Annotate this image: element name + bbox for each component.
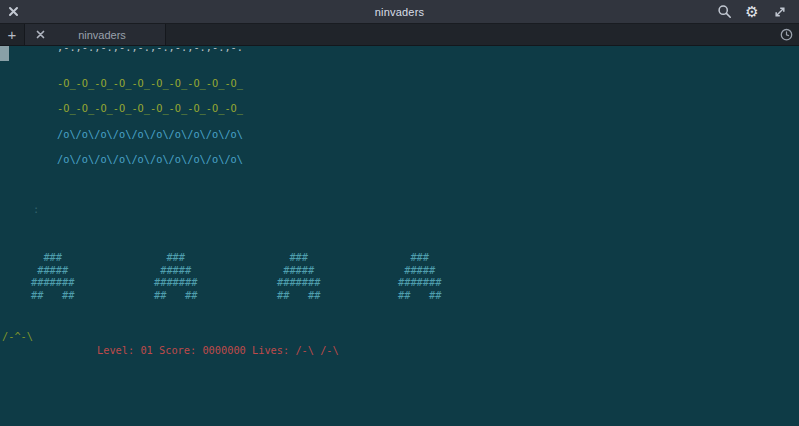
status-line: Level: 01 Score: 0000000 Lives: /-\ /-\ [97, 344, 339, 357]
player-ship: /-^-\ [2, 330, 33, 343]
alien-row-middle-2: -O_-O_-O_-O_-O_-O_-O_-O_-O_-O_ [57, 102, 243, 115]
history-icon [779, 27, 794, 42]
search-button[interactable] [715, 3, 733, 21]
plus-icon: + [8, 27, 17, 42]
bunker-3: ### ##### ####### ## ## [277, 251, 320, 302]
history-button[interactable] [773, 24, 799, 45]
window-title: ninvaders [0, 6, 799, 18]
fullscreen-icon [773, 5, 787, 19]
bunker-1: ### ##### ####### ## ## [31, 251, 74, 302]
tab-ninvaders[interactable]: ninvaders [24, 24, 166, 45]
fullscreen-button[interactable] [771, 3, 789, 21]
bunker-4: ### ##### ####### ## ## [398, 251, 441, 302]
alien-row-middle-1: -O_-O_-O_-O_-O_-O_-O_-O_-O_-O_ [57, 77, 243, 90]
tab-bar: + ninvaders [0, 24, 799, 46]
terminal-cursor [0, 46, 9, 61]
new-tab-button[interactable]: + [0, 24, 24, 45]
search-icon [717, 4, 732, 19]
titlebar-actions: ⚙ [715, 3, 799, 21]
alien-row-top-clipped: ,-.,-.,-.,-.,-.,-.,-.,-.,-.,-. [57, 46, 243, 54]
window-titlebar: ninvaders ⚙ [0, 0, 799, 24]
tab-label: ninvaders [47, 29, 157, 41]
alien-bomb: : [33, 203, 39, 216]
terminal-screen[interactable]: ,-.,-.,-.,-.,-.,-.,-.,-.,-.,-. -O_-O_-O_… [0, 46, 799, 426]
tab-close-button[interactable] [33, 28, 47, 42]
settings-button[interactable]: ⚙ [743, 3, 761, 21]
gear-icon: ⚙ [745, 4, 758, 19]
tab-close-icon [36, 30, 45, 39]
bunker-2: ### ##### ####### ## ## [154, 251, 197, 302]
alien-row-front-1: /o\/o\/o\/o\/o\/o\/o\/o\/o\/o\ [57, 128, 243, 141]
alien-row-front-2: /o\/o\/o\/o\/o\/o\/o\/o\/o\/o\ [57, 153, 243, 166]
tabbar-spacer [166, 24, 773, 45]
